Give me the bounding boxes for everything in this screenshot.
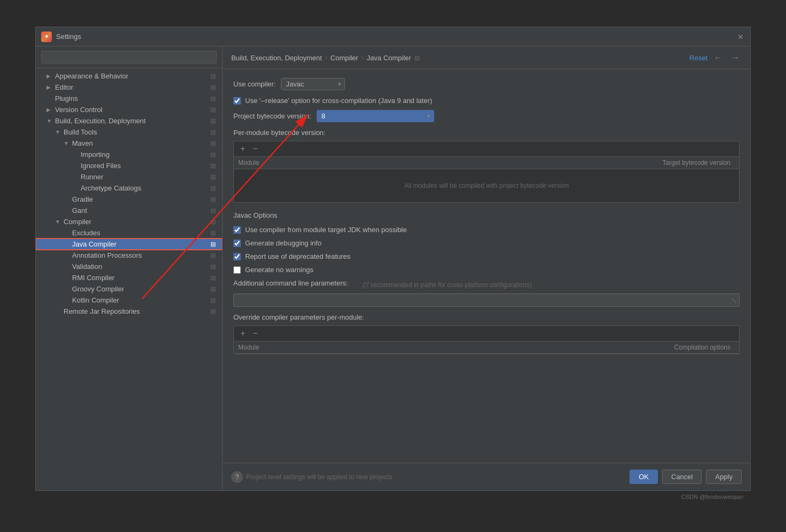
arrow-icon: ▶: [46, 107, 55, 113]
content-area: ▶ Appearance & Behavior ▤ ▶ Editor ▤ Plu…: [36, 46, 750, 490]
apply-button[interactable]: Apply: [706, 470, 742, 484]
search-box: [36, 46, 222, 68]
arrow-icon: ▼: [55, 219, 64, 225]
additional-params-input[interactable]: [233, 293, 740, 307]
expand-icon[interactable]: ⤡: [731, 296, 737, 305]
sidebar-item-build-exec-deploy[interactable]: ▼ Build, Execution, Deployment ▤: [36, 115, 222, 126]
forward-button[interactable]: →: [729, 52, 742, 63]
arrow-icon: [55, 308, 64, 314]
use-compiler-select[interactable]: Javac: [281, 78, 345, 90]
sidebar-item-label: Version Control: [55, 106, 208, 114]
sidebar-item-validation[interactable]: Validation ▤: [36, 261, 222, 272]
sidebar-item-label: RMI Compiler: [72, 274, 208, 282]
opt1-checkbox[interactable]: [233, 226, 241, 234]
sidebar-item-label: Excludes: [72, 229, 208, 237]
sidebar-item-runner[interactable]: Runner ▤: [36, 171, 222, 182]
remove-module-button[interactable]: −: [250, 144, 260, 154]
sidebar-item-label: Plugins: [55, 94, 208, 102]
sidebar-item-label: Build Tools: [64, 128, 208, 136]
breadcrumb-sep-2: ›: [361, 54, 364, 61]
sidebar-item-gradle[interactable]: Gradle ▤: [36, 194, 222, 205]
sidebar-item-label: Archetype Catalogs: [81, 184, 208, 192]
dialog-buttons: OK Cancel Apply: [630, 470, 742, 484]
sidebar-item-maven[interactable]: ▼ Maven ▤: [36, 138, 222, 149]
opt2-checkbox[interactable]: [233, 240, 241, 247]
reset-button[interactable]: Reset: [689, 54, 708, 62]
sidebar-item-build-tools[interactable]: ▼ Build Tools ▤: [36, 126, 222, 138]
arrow-icon: [64, 241, 72, 247]
additional-params-label-row: Additional command line parameters: ('/'…: [233, 279, 740, 290]
ok-button[interactable]: OK: [630, 470, 658, 484]
help-button[interactable]: ?: [231, 471, 243, 483]
sidebar-item-importing[interactable]: Importing ▤: [36, 149, 222, 160]
sidebar-item-editor[interactable]: ▶ Editor ▤: [36, 82, 222, 93]
app-icon: ✦: [41, 31, 52, 42]
opt4-label: Generate no warnings: [245, 266, 313, 274]
sidebar-item-label: Importing: [81, 150, 208, 158]
add-override-button[interactable]: +: [238, 328, 247, 339]
settings-window: ✦ Settings ✕ ▶ Appearance & Behavior ▤ ▶: [35, 27, 751, 491]
arrow-icon: [46, 96, 55, 101]
arrow-icon: [64, 230, 72, 236]
col-version-header: Target bytecode version: [628, 159, 735, 166]
sidebar-item-rmi-compiler[interactable]: RMI Compiler ▤: [36, 272, 222, 283]
override-label-row: Override compiler parameters per-module:: [233, 313, 740, 321]
project-bytecode-row: Project bytecode version: 8: [233, 110, 740, 122]
sidebar-item-gant[interactable]: Gant ▤: [36, 205, 222, 216]
remove-override-button[interactable]: −: [250, 328, 260, 339]
use-release-row: Use '--release' option for cross-compila…: [233, 97, 740, 105]
sidebar-item-appearance[interactable]: ▶ Appearance & Behavior ▤: [36, 70, 222, 82]
params-input-row: ⤡: [233, 293, 740, 307]
project-bytecode-select[interactable]: 8: [317, 110, 434, 122]
sidebar-item-kotlin-compiler[interactable]: Kotlin Compiler ▤: [36, 295, 222, 306]
breadcrumb-sep-1: ›: [325, 54, 327, 61]
sidebar-item-remote-jar-repos[interactable]: Remote Jar Repositories ▤: [36, 306, 222, 317]
titlebar: ✦ Settings ✕: [36, 27, 750, 46]
arrow-icon: ▼: [46, 118, 55, 124]
search-input[interactable]: [41, 51, 217, 63]
arrow-icon: ▼: [64, 140, 72, 146]
table-empty-message: All modules will be compiled with projec…: [234, 169, 739, 202]
sidebar-item-label: Runner: [81, 173, 208, 181]
opt3-checkbox[interactable]: [233, 253, 241, 260]
sidebar-item-label: Compiler: [64, 218, 208, 226]
sidebar-item-annotation-processors[interactable]: Annotation Processors ▤: [36, 250, 222, 261]
sidebar-item-label: Kotlin Compiler: [72, 296, 208, 304]
window-title: Settings: [56, 33, 81, 41]
bottom-hint: ? Project-level settings will be applied…: [231, 471, 392, 483]
sidebar-item-excludes[interactable]: Excludes ▤: [36, 227, 222, 239]
sidebar-item-compiler[interactable]: ▼ Compiler ▤: [36, 216, 222, 227]
project-bytecode-select-wrapper: 8: [317, 110, 434, 122]
close-button[interactable]: ✕: [737, 33, 745, 41]
sidebar-item-groovy-compiler[interactable]: Groovy Compiler ▤: [36, 283, 222, 295]
watermark: CSDN @fendouweiqian: [681, 494, 743, 500]
arrow-icon: ▶: [46, 84, 55, 90]
add-module-button[interactable]: +: [238, 144, 247, 154]
per-module-label-row: Per-module bytecode version:: [233, 129, 740, 137]
sidebar-item-ignored-files[interactable]: Ignored Files ▤: [36, 160, 222, 171]
sidebar-item-java-compiler[interactable]: Java Compiler ▤: [36, 239, 222, 250]
opt3-label: Report use of deprecated features: [245, 252, 350, 260]
sidebar-tree: ▶ Appearance & Behavior ▤ ▶ Editor ▤ Plu…: [36, 68, 222, 490]
opt1-row: Use compiler from module target JDK when…: [233, 226, 740, 234]
opt1-label: Use compiler from module target JDK when…: [245, 226, 407, 234]
sidebar-item-version-control[interactable]: ▶ Version Control ▤: [36, 104, 222, 115]
opt2-label: Generate debugging info: [245, 239, 321, 247]
sidebar-item-label: Appearance & Behavior: [55, 72, 208, 80]
opt4-checkbox[interactable]: [233, 266, 241, 274]
use-compiler-label: Use compiler:: [233, 80, 276, 88]
javac-options-title: Javac Options: [233, 211, 740, 219]
arrow-icon: [72, 174, 81, 180]
sidebar-item-archetype-catalogs[interactable]: Archetype Catalogs ▤: [36, 182, 222, 194]
cancel-button[interactable]: Cancel: [662, 470, 702, 484]
settings-content: Use compiler: Javac Use '--release' opti…: [223, 69, 750, 463]
back-button[interactable]: ←: [712, 52, 725, 63]
sidebar-item-label: Annotation Processors: [72, 251, 208, 259]
use-release-label: Use '--release' option for cross-compila…: [245, 97, 432, 105]
arrow-icon: ▼: [55, 129, 64, 135]
sidebar-item-plugins[interactable]: Plugins ▤: [36, 93, 222, 104]
use-release-checkbox[interactable]: [233, 97, 241, 105]
sidebar-item-label: Java Compiler: [72, 240, 208, 248]
breadcrumb-bar: Build, Execution, Deployment › Compiler …: [223, 46, 750, 69]
sidebar-item-label: Gant: [72, 207, 208, 215]
